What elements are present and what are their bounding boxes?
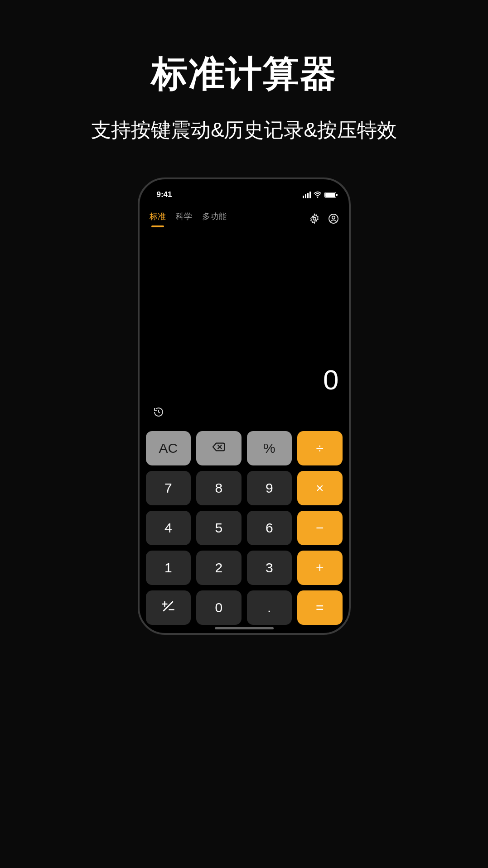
tab-multifunction[interactable]: 多功能 xyxy=(202,211,227,226)
key-2[interactable]: 2 xyxy=(196,551,242,585)
key-decimal[interactable]: . xyxy=(247,590,292,625)
key-5[interactable]: 5 xyxy=(196,511,242,545)
mode-tabs: 标准 科学 多功能 xyxy=(150,211,227,226)
battery-icon xyxy=(324,192,336,198)
phone-frame: 9:41 标准 科学 多功能 xyxy=(138,177,351,635)
tab-scientific[interactable]: 科学 xyxy=(176,211,192,226)
tabs-row: 标准 科学 多功能 xyxy=(140,201,349,226)
key-6[interactable]: 6 xyxy=(247,511,292,545)
display-area: 0 xyxy=(140,226,349,427)
cellular-signal-icon xyxy=(303,192,311,198)
key-3[interactable]: 3 xyxy=(247,551,292,585)
svg-point-0 xyxy=(317,197,318,198)
tab-standard[interactable]: 标准 xyxy=(150,211,166,226)
display-value: 0 xyxy=(150,364,339,396)
status-bar: 9:41 xyxy=(140,179,349,201)
home-indicator[interactable] xyxy=(215,627,274,629)
key-4[interactable]: 4 xyxy=(146,511,191,545)
svg-point-1 xyxy=(313,217,316,220)
header-icons xyxy=(309,213,339,224)
headline: 标准计算器 xyxy=(151,50,337,99)
svg-point-3 xyxy=(332,216,334,219)
plus-minus-icon xyxy=(161,599,175,616)
key-0[interactable]: 0 xyxy=(196,590,242,625)
history-icon[interactable] xyxy=(153,407,164,417)
key-divide[interactable]: ÷ xyxy=(297,431,343,465)
settings-icon[interactable] xyxy=(309,213,320,224)
key-1[interactable]: 1 xyxy=(146,551,191,585)
status-time: 9:41 xyxy=(157,190,172,199)
key-multiply[interactable]: × xyxy=(297,471,343,505)
key-plus[interactable]: + xyxy=(297,551,343,585)
key-minus[interactable]: − xyxy=(297,511,343,545)
wifi-icon xyxy=(314,192,322,198)
keypad: AC % ÷ 7 8 9 × 4 5 6 − 1 2 xyxy=(140,427,349,633)
key-sign[interactable] xyxy=(146,590,191,625)
key-8[interactable]: 8 xyxy=(196,471,242,505)
key-backspace[interactable] xyxy=(196,431,242,465)
key-9[interactable]: 9 xyxy=(247,471,292,505)
key-equals[interactable]: = xyxy=(297,590,343,625)
backspace-icon xyxy=(212,440,226,457)
subheadline: 支持按键震动&历史记录&按压特效 xyxy=(91,117,397,144)
key-ac[interactable]: AC xyxy=(146,431,191,465)
profile-icon[interactable] xyxy=(328,213,339,224)
key-7[interactable]: 7 xyxy=(146,471,191,505)
status-indicators xyxy=(303,192,336,198)
key-percent[interactable]: % xyxy=(247,431,292,465)
